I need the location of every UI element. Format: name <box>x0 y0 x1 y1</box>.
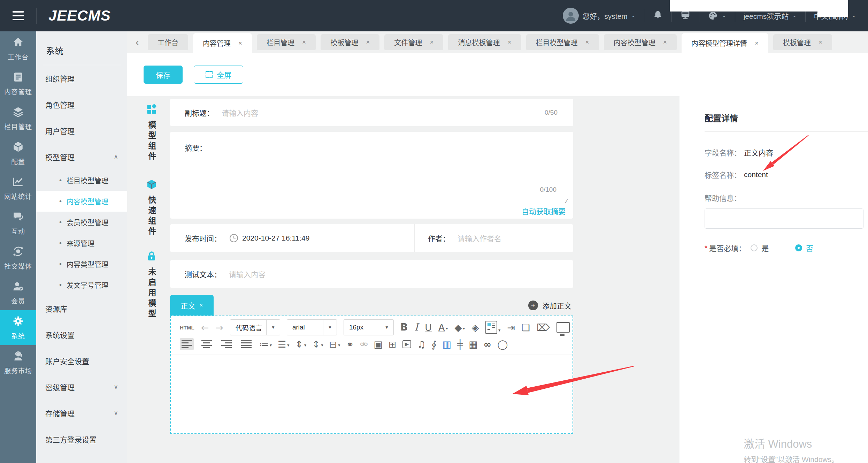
tab-模板管理[interactable]: 模板管理× <box>773 34 832 50</box>
menu-item-账户安全设置[interactable]: 账户安全设置 <box>36 348 127 374</box>
test-text-input[interactable]: 请输入内容 <box>229 269 266 279</box>
author-field[interactable]: 作者： 请输入作者名 <box>415 224 501 252</box>
menu-item-角色管理[interactable]: 角色管理 <box>36 91 127 117</box>
underline-icon[interactable]: U <box>425 323 432 332</box>
component-tab-未启用模型[interactable]: 未启用模型 <box>133 251 170 320</box>
menu-item-用户管理[interactable]: 用户管理 <box>36 117 127 144</box>
sidebar-item-栏目管理[interactable]: 栏目管理 <box>0 101 36 136</box>
highlight-color-icon[interactable]: ◆▾ <box>455 323 465 332</box>
tab-工作台[interactable]: 工作台 <box>148 34 188 50</box>
format-style-icon[interactable]: ▾ <box>485 321 500 334</box>
test-text-field-row[interactable]: 测试文本： 请输入内容 <box>170 260 573 288</box>
close-icon[interactable]: × <box>366 38 370 46</box>
menu-item-存储管理[interactable]: 存储管理∨ <box>36 400 127 426</box>
menu-item-资源库[interactable]: 资源库 <box>36 295 127 321</box>
tab-body-content[interactable]: 正文 × <box>170 295 214 316</box>
bell-icon[interactable] <box>653 10 663 22</box>
unordered-list-icon[interactable]: ☰▾ <box>278 340 289 349</box>
tab-文件管理[interactable]: 文件管理× <box>384 34 443 50</box>
tab-栏目模型管理[interactable]: 栏目模型管理× <box>526 34 599 50</box>
map-image-icon[interactable]: ▥ <box>442 340 451 349</box>
task-list-icon[interactable]: ⊟▾ <box>329 340 340 349</box>
menu-item-密级管理[interactable]: 密级管理∨ <box>36 374 127 400</box>
publish-time-value[interactable]: 2020-10-27 16:11:49 <box>242 234 309 242</box>
music-icon[interactable]: ♫ <box>417 340 425 349</box>
paragraph-spacing-icon[interactable]: ↕▾ <box>312 340 323 349</box>
menu-subitem-发文字号管理[interactable]: •发文字号管理 <box>36 274 127 295</box>
tab-内容模型管理详情[interactable]: 内容模型管理详情× <box>682 33 768 53</box>
save-button[interactable]: 保存 <box>144 66 183 84</box>
binoculars-icon[interactable]: ∞ <box>484 340 492 349</box>
user-menu[interactable]: 您好，system ⌄ <box>563 8 636 24</box>
sidebar-item-网站统计[interactable]: 网站统计 <box>0 171 36 206</box>
component-tab-快速组件[interactable]: 快速组件 <box>133 179 170 237</box>
code-language-select[interactable]: 代码语言▼ <box>230 319 280 335</box>
sidebar-item-内容管理[interactable]: 内容管理 <box>0 66 36 101</box>
menu-subitem-内容类型管理[interactable]: •内容类型管理 <box>36 253 127 274</box>
attachment-icon[interactable]: ∮ <box>431 340 436 349</box>
add-body-button[interactable]: + 添加正文 <box>528 300 571 311</box>
html-source-button[interactable]: HTML <box>180 325 194 331</box>
align-left-icon[interactable] <box>180 338 194 350</box>
indent-icon[interactable]: ⇥ <box>507 323 515 332</box>
bold-icon[interactable]: B <box>400 322 408 332</box>
redo-icon[interactable]: → <box>215 323 223 332</box>
undo-icon[interactable]: ← <box>201 323 209 332</box>
publish-time-field[interactable]: 发布时间： 2020-10-27 16:11:49 <box>170 224 415 252</box>
preview-icon[interactable] <box>556 322 570 333</box>
page-break-icon[interactable]: ╪ <box>457 340 463 349</box>
close-icon[interactable]: × <box>238 39 242 47</box>
sidebar-item-系统[interactable]: 系统 <box>0 310 36 345</box>
ordered-list-icon[interactable]: ≔▾ <box>259 340 272 349</box>
hamburger-menu-icon[interactable] <box>0 0 36 31</box>
editor-content-area[interactable] <box>171 355 573 435</box>
font-size-select[interactable]: 16px▼ <box>344 319 394 335</box>
close-icon[interactable]: × <box>200 302 203 309</box>
italic-icon[interactable]: I <box>414 322 418 332</box>
fullscreen-button[interactable]: 全屏 <box>194 66 243 84</box>
unlink-icon[interactable]: ⚮ <box>360 340 368 349</box>
author-input[interactable]: 请输入作者名 <box>458 233 501 243</box>
close-icon[interactable]: × <box>585 38 589 46</box>
chevron-down-icon[interactable]: ▼ <box>266 320 280 335</box>
paste-icon[interactable]: ❏ <box>522 323 530 332</box>
sidebar-item-配置[interactable]: 配置 <box>0 136 36 171</box>
menu-item-第三方登录设置[interactable]: 第三方登录设置 <box>36 426 127 452</box>
close-icon[interactable]: × <box>819 38 822 46</box>
align-right-icon[interactable] <box>220 338 233 350</box>
menu-subitem-来源管理[interactable]: •来源管理 <box>36 233 127 253</box>
menu-item-系统设置[interactable]: 系统设置 <box>36 321 127 348</box>
menu-item-模型管理[interactable]: 模型管理∧ <box>36 144 127 170</box>
line-height-icon[interactable]: ⇕▾ <box>295 340 306 349</box>
radio-required-no[interactable]: 否 <box>795 243 813 253</box>
tab-消息模板管理[interactable]: 消息模板管理× <box>448 34 521 50</box>
font-color-icon[interactable]: A▾ <box>438 323 448 332</box>
summary-field-row[interactable]: 摘要： 0/100 ∕∕ 自动获取摘要 <box>170 132 573 219</box>
image-upload-icon[interactable]: ⊞ <box>389 340 397 349</box>
font-family-select[interactable]: arial▼ <box>287 319 337 335</box>
tab-内容模型管理[interactable]: 内容模型管理× <box>604 34 677 50</box>
tabs-scroll-left-icon[interactable]: ‹ <box>131 34 143 50</box>
close-icon[interactable]: × <box>302 38 306 46</box>
table-icon[interactable]: ▦ <box>469 340 478 349</box>
close-icon[interactable]: × <box>663 38 667 46</box>
subtitle-input[interactable]: 请输入内容 <box>222 107 258 118</box>
tab-栏目管理[interactable]: 栏目管理× <box>257 34 316 50</box>
sidebar-item-社交媒体[interactable]: 社交媒体 <box>0 241 36 275</box>
chevron-down-icon[interactable]: ▼ <box>380 320 393 335</box>
chevron-down-icon[interactable]: ▼ <box>323 320 337 335</box>
rich-text-editor[interactable]: HTML←→代码语言▼arial▼16px▼BIUA▾◆▾◈▾⇥❏⌦ ≔▾☰▾⇕… <box>170 316 573 434</box>
menu-item-组织管理[interactable]: 组织管理 <box>36 65 127 91</box>
component-tab-模型组件[interactable]: 模型组件 <box>133 104 170 162</box>
menu-subitem-内容模型管理[interactable]: •内容模型管理 <box>36 191 127 212</box>
subtitle-field-row[interactable]: 副标题： 请输入内容 0/50 <box>170 99 573 126</box>
tab-模板管理[interactable]: 模板管理× <box>321 34 379 50</box>
sidebar-item-会员[interactable]: 会员 <box>0 275 36 310</box>
clear-format-icon[interactable]: ⌦ <box>537 323 550 332</box>
close-icon[interactable]: × <box>507 38 511 46</box>
sidebar-item-服务市场[interactable]: 服务市场 <box>0 345 36 380</box>
sidebar-item-互动[interactable]: 互动 <box>0 206 36 241</box>
close-icon[interactable]: × <box>755 39 759 47</box>
site-switcher[interactable]: jeecms演示站 ⌄ <box>744 10 797 21</box>
close-icon[interactable]: × <box>430 38 433 46</box>
